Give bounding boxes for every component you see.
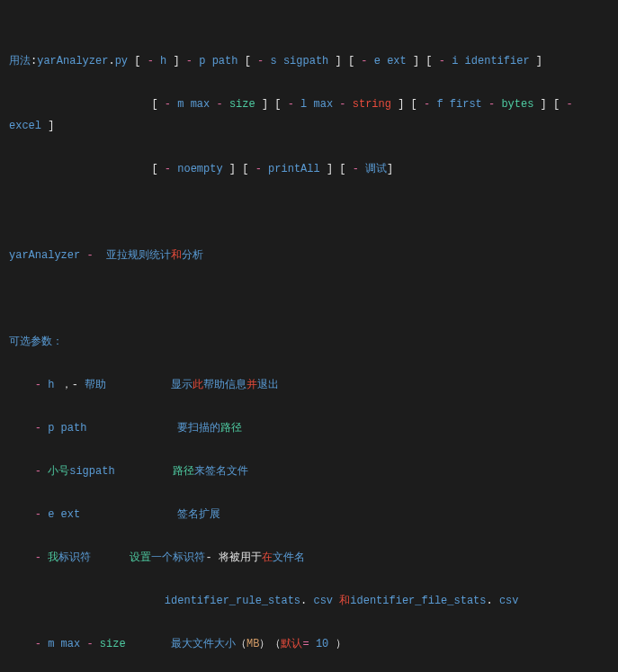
opt-i: - 我标识符 设置一个标识符- 将被用于在文件名	[35, 551, 305, 564]
opt-m: - m max - size 最大文件大小（MB）（默认= 10 ）	[35, 638, 346, 650]
opt-h: - h ，- 帮助 显示此帮助信息并退出	[35, 379, 279, 391]
usage-line-1: 用法:yarAnalyzer.py [ - h ] - p path [ - s…	[9, 55, 542, 67]
opt-p: - p path 要扫描的路径	[35, 422, 242, 435]
description: yarAnalyzer - 亚拉规则统计和分析	[9, 249, 203, 262]
code-block: 用法:yarAnalyzer.py [ - h ] - p path [ - s…	[9, 50, 609, 672]
usage-line-2: [ - m max - size ] [ - l max - string ] …	[9, 98, 579, 132]
opt-s: - 小号sigpath 路径来签名文件	[35, 465, 249, 478]
usage-line-3: [ - noempty ] [ - printAll ] [ - 调试]	[9, 163, 393, 175]
options-header: 可选参数：	[9, 336, 63, 348]
opt-e: - e ext 签名扩展	[35, 508, 220, 521]
